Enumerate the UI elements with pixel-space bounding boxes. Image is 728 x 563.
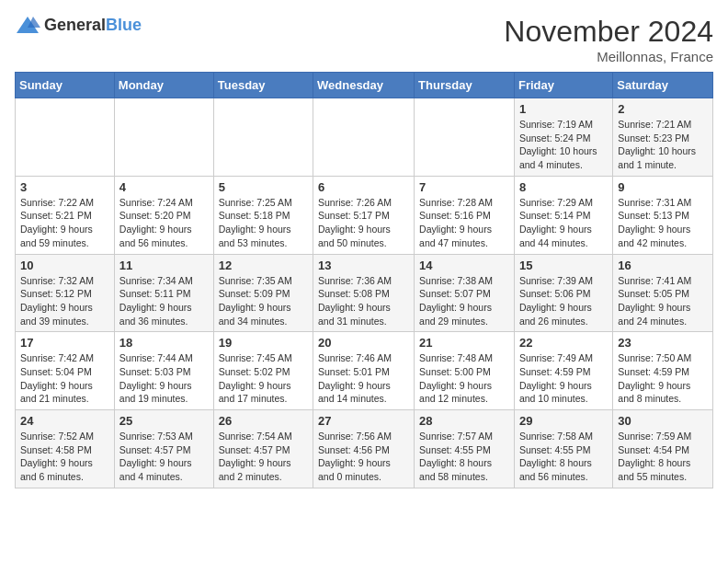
header-sunday: Sunday: [16, 73, 115, 98]
day-number: 19: [219, 336, 308, 350]
day-info: Sunrise: 7:57 AMSunset: 4:55 PMDaylight:…: [419, 430, 509, 484]
calendar-body: 1Sunrise: 7:19 AMSunset: 5:24 PMDaylight…: [16, 98, 713, 488]
header-row: Sunday Monday Tuesday Wednesday Thursday…: [16, 73, 713, 98]
title-block: November 2024 Meillonnas, France: [504, 15, 713, 64]
calendar-cell: 1Sunrise: 7:19 AMSunset: 5:24 PMDaylight…: [514, 98, 612, 177]
calendar-cell: 17Sunrise: 7:42 AMSunset: 5:04 PMDayligh…: [16, 332, 115, 410]
calendar-cell: 16Sunrise: 7:41 AMSunset: 5:05 PMDayligh…: [613, 254, 713, 332]
day-number: 3: [20, 180, 109, 194]
day-info: Sunrise: 7:31 AMSunset: 5:13 PMDaylight:…: [618, 196, 708, 250]
day-number: 9: [618, 180, 708, 194]
calendar-cell: 26Sunrise: 7:54 AMSunset: 4:57 PMDayligh…: [213, 410, 313, 488]
day-number: 15: [519, 259, 608, 272]
calendar-cell: 5Sunrise: 7:25 AMSunset: 5:18 PMDaylight…: [213, 176, 313, 254]
header-monday: Monday: [114, 73, 213, 98]
calendar-cell: 18Sunrise: 7:44 AMSunset: 5:03 PMDayligh…: [114, 332, 213, 410]
calendar-week-4: 17Sunrise: 7:42 AMSunset: 5:04 PMDayligh…: [16, 332, 713, 410]
calendar-cell: 13Sunrise: 7:36 AMSunset: 5:08 PMDayligh…: [313, 254, 415, 332]
calendar-cell: 24Sunrise: 7:52 AMSunset: 4:58 PMDayligh…: [16, 410, 115, 488]
day-info: Sunrise: 7:29 AMSunset: 5:14 PMDaylight:…: [519, 196, 608, 250]
day-number: 27: [318, 414, 409, 428]
day-info: Sunrise: 7:26 AMSunset: 5:17 PMDaylight:…: [318, 196, 409, 250]
day-info: Sunrise: 7:49 AMSunset: 4:59 PMDaylight:…: [519, 351, 608, 406]
logo-blue: Blue: [106, 16, 142, 34]
day-number: 8: [519, 180, 608, 194]
calendar-cell: 3Sunrise: 7:22 AMSunset: 5:21 PMDaylight…: [16, 176, 115, 254]
day-number: 2: [618, 102, 708, 116]
day-number: 18: [119, 336, 209, 350]
day-info: Sunrise: 7:53 AMSunset: 4:57 PMDaylight:…: [119, 430, 209, 484]
calendar-cell: [313, 98, 415, 177]
calendar-cell: 28Sunrise: 7:57 AMSunset: 4:55 PMDayligh…: [415, 410, 515, 488]
calendar-cell: 14Sunrise: 7:38 AMSunset: 5:07 PMDayligh…: [415, 254, 515, 332]
day-number: 11: [119, 259, 209, 272]
day-number: 12: [219, 259, 308, 272]
day-info: Sunrise: 7:45 AMSunset: 5:02 PMDaylight:…: [219, 351, 308, 406]
calendar-week-2: 3Sunrise: 7:22 AMSunset: 5:21 PMDaylight…: [16, 176, 713, 254]
header-thursday: Thursday: [415, 73, 515, 98]
day-number: 13: [318, 259, 409, 272]
day-number: 22: [519, 336, 608, 350]
location: Meillonnas, France: [504, 49, 713, 64]
day-info: Sunrise: 7:59 AMSunset: 4:54 PMDaylight:…: [618, 430, 708, 484]
day-number: 5: [219, 180, 308, 194]
day-info: Sunrise: 7:28 AMSunset: 5:16 PMDaylight:…: [419, 196, 509, 250]
day-number: 29: [519, 414, 608, 428]
calendar-table: Sunday Monday Tuesday Wednesday Thursday…: [15, 72, 713, 488]
calendar-week-5: 24Sunrise: 7:52 AMSunset: 4:58 PMDayligh…: [16, 410, 713, 488]
day-number: 25: [119, 414, 209, 428]
calendar-cell: [213, 98, 313, 177]
day-info: Sunrise: 7:54 AMSunset: 4:57 PMDaylight:…: [219, 430, 308, 484]
day-info: Sunrise: 7:58 AMSunset: 4:55 PMDaylight:…: [519, 430, 608, 484]
calendar-cell: 6Sunrise: 7:26 AMSunset: 5:17 PMDaylight…: [313, 176, 415, 254]
day-number: 10: [20, 259, 109, 272]
day-number: 30: [618, 414, 708, 428]
day-info: Sunrise: 7:22 AMSunset: 5:21 PMDaylight:…: [20, 196, 109, 250]
day-number: 16: [618, 259, 708, 272]
day-info: Sunrise: 7:56 AMSunset: 4:56 PMDaylight:…: [318, 430, 409, 484]
calendar-cell: 4Sunrise: 7:24 AMSunset: 5:20 PMDaylight…: [114, 176, 213, 254]
calendar-cell: 12Sunrise: 7:35 AMSunset: 5:09 PMDayligh…: [213, 254, 313, 332]
page-header: GeneralBlue November 2024 Meillonnas, Fr…: [15, 15, 713, 64]
logo-icon: [15, 15, 40, 35]
calendar-cell: 2Sunrise: 7:21 AMSunset: 5:23 PMDaylight…: [613, 98, 713, 177]
logo-general: General: [44, 16, 106, 34]
day-info: Sunrise: 7:46 AMSunset: 5:01 PMDaylight:…: [318, 351, 409, 406]
day-info: Sunrise: 7:48 AMSunset: 5:00 PMDaylight:…: [419, 351, 509, 406]
day-info: Sunrise: 7:24 AMSunset: 5:20 PMDaylight:…: [119, 196, 209, 250]
day-number: 1: [519, 102, 608, 116]
calendar-cell: 25Sunrise: 7:53 AMSunset: 4:57 PMDayligh…: [114, 410, 213, 488]
header-wednesday: Wednesday: [313, 73, 415, 98]
day-info: Sunrise: 7:39 AMSunset: 5:06 PMDaylight:…: [519, 274, 608, 328]
day-number: 4: [119, 180, 209, 194]
day-info: Sunrise: 7:38 AMSunset: 5:07 PMDaylight:…: [419, 274, 509, 328]
month-title: November 2024: [504, 15, 713, 49]
calendar-cell: [415, 98, 515, 177]
calendar-cell: 11Sunrise: 7:34 AMSunset: 5:11 PMDayligh…: [114, 254, 213, 332]
calendar-cell: 15Sunrise: 7:39 AMSunset: 5:06 PMDayligh…: [514, 254, 612, 332]
day-number: 26: [219, 414, 308, 428]
calendar-cell: 30Sunrise: 7:59 AMSunset: 4:54 PMDayligh…: [613, 410, 713, 488]
day-info: Sunrise: 7:50 AMSunset: 4:59 PMDaylight:…: [618, 351, 708, 406]
day-number: 14: [419, 259, 509, 272]
calendar-cell: 21Sunrise: 7:48 AMSunset: 5:00 PMDayligh…: [415, 332, 515, 410]
day-info: Sunrise: 7:44 AMSunset: 5:03 PMDaylight:…: [119, 351, 209, 406]
calendar-cell: [114, 98, 213, 177]
day-info: Sunrise: 7:21 AMSunset: 5:23 PMDaylight:…: [618, 118, 708, 172]
logo: GeneralBlue: [15, 15, 142, 35]
header-tuesday: Tuesday: [213, 73, 313, 98]
day-info: Sunrise: 7:35 AMSunset: 5:09 PMDaylight:…: [219, 274, 308, 328]
day-number: 24: [20, 414, 109, 428]
day-number: 20: [318, 336, 409, 350]
day-number: 7: [419, 180, 509, 194]
calendar-week-1: 1Sunrise: 7:19 AMSunset: 5:24 PMDaylight…: [16, 98, 713, 177]
calendar-cell: 23Sunrise: 7:50 AMSunset: 4:59 PMDayligh…: [613, 332, 713, 410]
calendar-cell: [16, 98, 115, 177]
day-info: Sunrise: 7:52 AMSunset: 4:58 PMDaylight:…: [20, 430, 109, 484]
calendar-cell: 27Sunrise: 7:56 AMSunset: 4:56 PMDayligh…: [313, 410, 415, 488]
day-number: 17: [20, 336, 109, 350]
calendar-cell: 9Sunrise: 7:31 AMSunset: 5:13 PMDaylight…: [613, 176, 713, 254]
calendar-header: Sunday Monday Tuesday Wednesday Thursday…: [16, 73, 713, 98]
day-number: 6: [318, 180, 409, 194]
day-info: Sunrise: 7:32 AMSunset: 5:12 PMDaylight:…: [20, 274, 109, 328]
